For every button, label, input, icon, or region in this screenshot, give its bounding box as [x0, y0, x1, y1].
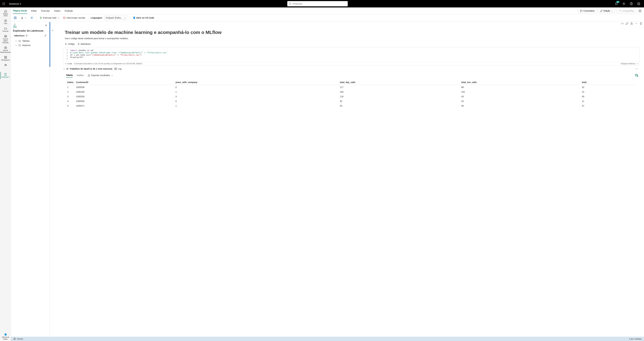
download-button[interactable]	[20, 16, 27, 20]
editing-mode-button[interactable]: Edição	[598, 9, 615, 13]
tab-edit[interactable]: Editar	[31, 8, 37, 14]
markdown-subtitle: Use o código deste notebook para treinar…	[65, 37, 640, 40]
help-icon[interactable]	[629, 2, 634, 6]
comment-button[interactable]: Comentário	[578, 9, 596, 13]
search-box[interactable]	[287, 1, 348, 6]
add-code-button[interactable]: Código	[65, 43, 75, 45]
chevron-down-icon	[636, 62, 638, 65]
output-tab-chart[interactable]: Gráfico	[77, 73, 84, 78]
svg-point-27	[640, 10, 640, 11]
svg-point-11	[624, 3, 624, 4]
svg-rect-35	[115, 68, 116, 70]
svg-point-5	[4, 4, 5, 4]
table-row[interactable]: 3100032631164345	[66, 94, 636, 99]
code-toggle-icon[interactable]	[621, 22, 624, 25]
table-row[interactable]: 21000183116410222	[66, 90, 636, 94]
cell-language-badge[interactable]: PySpark (Python)	[621, 62, 635, 65]
export-results-button[interactable]: Exportar resultados	[88, 74, 112, 76]
svg-point-24	[5, 64, 6, 65]
topbar: Notebook 3 62	[0, 0, 644, 8]
svg-point-32	[635, 24, 636, 24]
output-more-button[interactable]	[635, 68, 638, 70]
collapse-explorer-button[interactable]	[45, 24, 47, 27]
chevron-down-icon	[57, 16, 59, 19]
swap-icon[interactable]	[44, 34, 47, 37]
rail-workspaces[interactable]: Workspaces	[0, 55, 10, 62]
pin-icon[interactable]	[26, 34, 28, 37]
more-cell-icon[interactable]	[635, 22, 638, 25]
home-icon	[4, 10, 7, 13]
app-launcher-icon[interactable]	[1, 1, 6, 6]
tab-view[interactable]: Exibição	[64, 8, 73, 14]
rail-notebook[interactable]: Notebook 3	[0, 72, 10, 79]
run-all-button[interactable]: Executar tudo	[39, 16, 60, 20]
rail-datascience[interactable]: Ciência de Dados	[0, 332, 10, 341]
tab-home[interactable]: Página Inicial	[13, 8, 27, 14]
toolbar: Executar tudo Interromper sessão Linguag…	[11, 14, 644, 22]
share-button[interactable]: Compartilhar	[616, 9, 636, 13]
svg-point-15	[638, 3, 638, 4]
open-vscode-button[interactable]: Abrir no VS Code	[131, 16, 155, 20]
svg-point-41	[14, 338, 16, 340]
rail-browse[interactable]: Procurar	[0, 26, 10, 33]
add-markdown-button[interactable]: Markdown	[78, 43, 91, 45]
explorer-title: Explorador do Lakehouse	[12, 29, 48, 34]
notifications-icon[interactable]: 62	[614, 2, 618, 6]
monitor-icon	[4, 46, 7, 49]
code-editor[interactable]: import pandas as pd # Load data into pan…	[69, 48, 640, 62]
line-gutter: 1234	[64, 48, 69, 62]
svg-point-29	[31, 17, 32, 18]
notebook-title[interactable]: Notebook 3	[9, 2, 21, 5]
tab-data[interactable]: Dados	[54, 8, 60, 14]
tree-files[interactable]: Arquivos	[12, 43, 48, 48]
save-button[interactable]	[13, 16, 18, 20]
table-row[interactable]: 510004711535937	[66, 104, 636, 108]
log-icon	[114, 68, 117, 70]
tree-tables[interactable]: Tabelas	[12, 39, 48, 43]
lakehouse-icon[interactable]	[13, 24, 17, 27]
output-tab-table[interactable]: Tabela	[66, 73, 73, 78]
svg-rect-30	[64, 17, 65, 18]
rail-create[interactable]: Criar	[0, 18, 10, 26]
lakehouse-explorer: Explorador do Lakehouse lakechurn Tabela…	[11, 22, 50, 341]
svg-rect-26	[5, 73, 6, 76]
rail-onelake[interactable]: Hub de dados OneLake	[0, 34, 10, 44]
status-text: Pronto	[17, 338, 23, 340]
svg-rect-31	[631, 24, 632, 25]
save-icon	[14, 16, 17, 19]
table-row[interactable]: 410003400922411	[66, 99, 636, 104]
edit-cell-icon[interactable]	[626, 22, 628, 25]
search-input[interactable]	[292, 2, 346, 5]
presence-avatar[interactable]	[638, 9, 642, 13]
delete-cell-icon[interactable]	[639, 22, 642, 25]
gear-icon	[30, 16, 33, 19]
rail-monitor[interactable]: Hub de Monitoramento	[0, 45, 10, 54]
tab-run[interactable]: Executar	[41, 8, 50, 14]
settings-toolbar-button[interactable]	[29, 16, 34, 20]
plus-circle-icon	[4, 19, 7, 22]
chevron-right-icon	[15, 44, 17, 46]
table-settings-icon[interactable]	[635, 74, 638, 77]
spark-jobs-toggle[interactable]: Trabalhos do Spark (1 de 1 com sucesso)	[63, 68, 112, 70]
search-icon	[289, 2, 291, 5]
lakehouse-name[interactable]: lakechurn	[14, 34, 28, 37]
success-check-icon: ✓	[65, 62, 66, 65]
notebook-area: Treinar um modelo de machine learning e …	[50, 22, 644, 341]
feedback-icon[interactable]	[636, 2, 641, 6]
list-icon	[66, 68, 69, 70]
rail-people[interactable]	[0, 62, 10, 68]
notebook-icon	[4, 73, 7, 76]
language-select[interactable]: PySpark (Pytho...	[104, 16, 127, 20]
table-row[interactable]: 1100003801178832	[66, 85, 636, 90]
log-button[interactable]: Log	[114, 68, 121, 70]
svg-rect-23	[6, 58, 7, 58]
code-cell[interactable]: 1234 import pandas as pd # Load data int…	[63, 48, 640, 66]
rail-home[interactable]: Página Inicial	[0, 9, 10, 18]
export-icon	[88, 74, 90, 76]
settings-icon[interactable]	[622, 2, 626, 6]
markdown-title: Treinar um modelo de machine learning e …	[65, 30, 640, 35]
cell-collapse-button[interactable]	[52, 29, 54, 32]
svg-point-18	[4, 35, 7, 38]
stop-session-button[interactable]: Interromper sessão	[62, 16, 86, 20]
lock-cell-icon[interactable]	[630, 22, 633, 25]
